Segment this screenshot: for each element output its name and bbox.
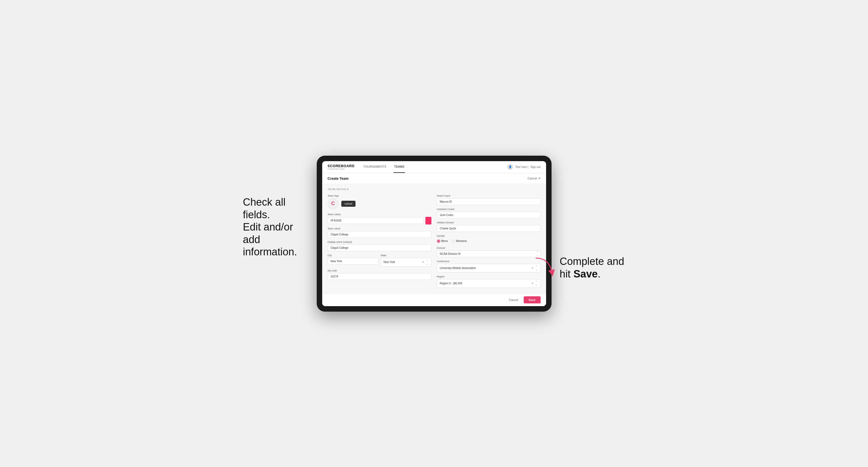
cancel-x-button[interactable]: Cancel ✕ [528, 177, 540, 180]
display-name-label: Display name (unique) [328, 241, 431, 243]
athletic-director-label: Athletic Director [437, 221, 540, 224]
team-name-input[interactable] [328, 231, 431, 238]
mens-radio-dot[interactable] [437, 240, 440, 243]
region-clear-icon[interactable]: ✕ [531, 282, 533, 285]
assistant-coach-input[interactable] [437, 212, 540, 218]
form-title: Create Team [328, 177, 349, 181]
tablet-device: SCOREBOARD Powered by clippd TOURNAMENTS… [317, 156, 552, 312]
save-button[interactable]: Save [524, 296, 540, 303]
arrow-right [530, 255, 558, 277]
division-label: Division [437, 247, 540, 249]
color-input-row [328, 217, 431, 224]
gender-mens-option[interactable]: Mens [437, 240, 448, 243]
nav-items: TOURNAMENTS TEAMS [363, 161, 507, 173]
page-wrapper: Check all fields. Edit and/or add inform… [243, 156, 625, 312]
color-swatch[interactable] [425, 217, 431, 224]
form-header: Create Team Cancel ✕ [322, 173, 546, 184]
gender-field: Gender Mens Womens [437, 235, 540, 244]
conference-label: Conference [437, 260, 540, 263]
state-clear-icon[interactable]: ✕ [422, 260, 424, 263]
annotation-right-end: . [598, 268, 601, 280]
gender-label: Gender [437, 235, 540, 237]
form-grid: Team logo C Upload Team colour [328, 194, 540, 288]
display-name-field: Display name (unique) [328, 241, 431, 251]
head-coach-label: Head Coach [437, 194, 540, 197]
division-select-wrapper: NCAA Division III ⌃⌄ [437, 250, 540, 257]
user-label: Test User | [515, 165, 528, 168]
app-logo-main: SCOREBOARD [328, 164, 355, 168]
form-left-column: Team logo C Upload Team colour [328, 194, 431, 288]
team-logo-field: Team logo C Upload [328, 194, 431, 210]
form-body: TEAM DETAILS Team logo C Upload [322, 184, 546, 293]
conference-select[interactable]: University Athletic Association ✕ ⌃⌄ [437, 264, 540, 273]
gender-womens-option[interactable]: Womens [452, 240, 467, 243]
annotation-left-line2: Edit and/or add [243, 221, 293, 245]
gender-radio-group: Mens Womens [437, 239, 540, 244]
division-field: Division NCAA Division III ⌃⌄ [437, 247, 540, 257]
nav-item-teams[interactable]: TEAMS [394, 161, 405, 173]
annotation-left-line1: Check all fields. [243, 196, 286, 220]
city-field: City [328, 254, 378, 267]
zip-field: Zip code [328, 269, 431, 280]
zip-input[interactable] [328, 273, 431, 280]
form-footer: Cancel Save [322, 293, 546, 306]
conference-field: Conference University Athletic Associati… [437, 260, 540, 273]
app-nav: SCOREBOARD Powered by clippd TOURNAMENTS… [322, 161, 546, 173]
athletic-director-input[interactable] [437, 225, 540, 232]
annotation-right: Complete and hit Save. [560, 255, 625, 280]
cancel-button[interactable]: Cancel [506, 297, 521, 303]
city-label: City [328, 254, 378, 257]
logo-circle: C [328, 198, 339, 209]
region-select[interactable]: Region II - (M) DIII ✕ ⌃⌄ [437, 279, 540, 288]
city-state-field: City State New York ✕ [328, 254, 431, 267]
annotation-right-line1: Complete and [560, 256, 624, 267]
team-colour-field: Team colour [328, 213, 431, 224]
create-team-form: Create Team Cancel ✕ TEAM DETAILS Team l… [322, 173, 546, 306]
division-select[interactable]: NCAA Division III [437, 250, 540, 257]
state-field: State New York ✕ ⌃⌄ [381, 254, 431, 267]
upload-button[interactable]: Upload [341, 201, 356, 207]
state-label: State [381, 254, 431, 257]
team-logo-label: Team logo [328, 194, 431, 197]
head-coach-input[interactable] [437, 198, 540, 205]
nav-item-tournaments[interactable]: TOURNAMENTS [363, 161, 387, 173]
region-field: Region Region II - (M) DIII ✕ ⌃⌄ [437, 275, 540, 288]
display-name-input[interactable] [328, 244, 431, 251]
app-logo: SCOREBOARD Powered by clippd [328, 164, 355, 170]
logo-area: C Upload [328, 198, 431, 209]
form-right-column: Head Coach Assistant Coach Athletic Dire… [437, 194, 540, 288]
city-input[interactable] [328, 258, 378, 264]
user-avatar: 👤 [507, 164, 513, 170]
assistant-coach-field: Assistant Coach [437, 208, 540, 218]
section-label: TEAM DETAILS [328, 188, 540, 191]
team-name-field: Team name [328, 227, 431, 238]
zip-label: Zip code [328, 269, 431, 272]
team-colour-label: Team colour [328, 213, 431, 216]
head-coach-field: Head Coach [437, 194, 540, 205]
app-logo-sub: Powered by clippd [328, 168, 355, 170]
annotation-left: Check all fields. Edit and/or add inform… [243, 196, 309, 258]
womens-radio-dot[interactable] [452, 240, 455, 243]
sign-out-link[interactable]: Sign out [530, 165, 540, 168]
tablet-screen: SCOREBOARD Powered by clippd TOURNAMENTS… [322, 161, 546, 306]
athletic-director-field: Athletic Director [437, 221, 540, 232]
region-label: Region [437, 275, 540, 278]
city-state-row: City State New York ✕ [328, 254, 431, 267]
team-name-label: Team name [328, 227, 431, 230]
nav-right: 👤 Test User | Sign out [507, 164, 540, 170]
annotation-right-bold: Save [574, 268, 598, 280]
team-colour-input[interactable] [328, 217, 424, 224]
state-select[interactable]: New York ✕ ⌃⌄ [381, 258, 431, 267]
assistant-coach-label: Assistant Coach [437, 208, 540, 211]
region-chevron-icon: ⌃⌄ [535, 281, 538, 286]
annotation-left-line3: information. [243, 246, 297, 258]
annotation-right-line2: hit [560, 268, 574, 280]
state-chevron-icon: ⌃⌄ [426, 259, 428, 265]
